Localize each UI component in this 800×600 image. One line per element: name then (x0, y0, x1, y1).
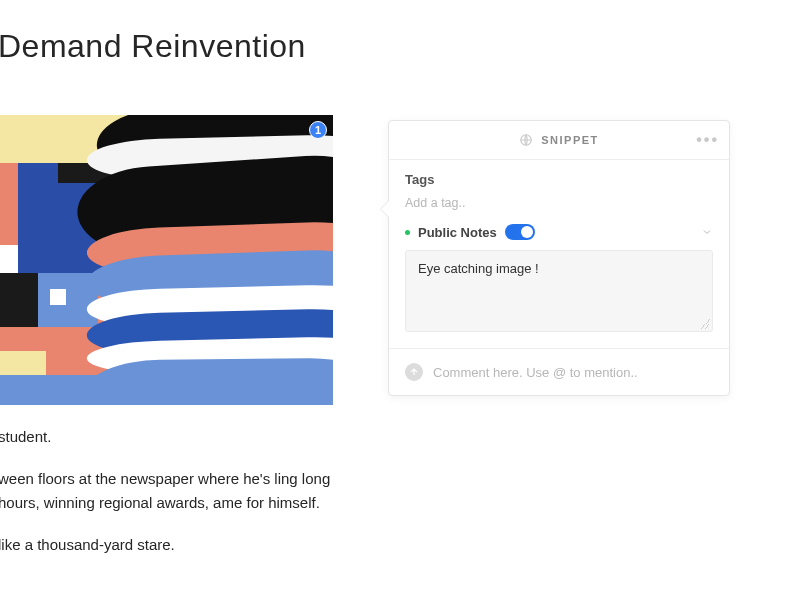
comment-row (389, 348, 729, 395)
snippet-menu-button[interactable]: ••• (696, 131, 719, 149)
note-text: Eye catching image ! (418, 261, 539, 276)
status-dot (405, 230, 410, 235)
chevron-down-icon[interactable] (701, 226, 713, 241)
article-paragraph: ween floors at the newspaper where he's … (0, 467, 358, 515)
annotation-count-badge[interactable]: 1 (309, 121, 327, 139)
snippet-header: SNIPPET ••• (389, 121, 729, 160)
snippet-pointer (381, 201, 389, 217)
article-paragraph: like a thousand-yard stare. (0, 533, 358, 557)
tags-input[interactable] (405, 194, 713, 220)
public-notes-row: Public Notes (405, 220, 713, 250)
note-textarea[interactable]: Eye catching image ! (405, 250, 713, 332)
globe-icon (519, 133, 533, 147)
article-body: student. ween floors at the newspaper wh… (0, 425, 358, 557)
article-paragraph: student. (0, 425, 358, 449)
public-notes-toggle[interactable] (505, 224, 535, 240)
comment-input[interactable] (433, 365, 713, 380)
hero-image[interactable]: 1 (0, 115, 333, 405)
tags-label: Tags (405, 172, 713, 187)
article-title: Demand Reinvention (0, 28, 800, 65)
resize-handle[interactable] (700, 319, 710, 329)
public-notes-label: Public Notes (418, 225, 497, 240)
snippet-panel: SNIPPET ••• Tags Public Notes Eye catchi… (388, 120, 730, 396)
arrow-up-icon[interactable] (405, 363, 423, 381)
snippet-header-title: SNIPPET (541, 134, 599, 146)
